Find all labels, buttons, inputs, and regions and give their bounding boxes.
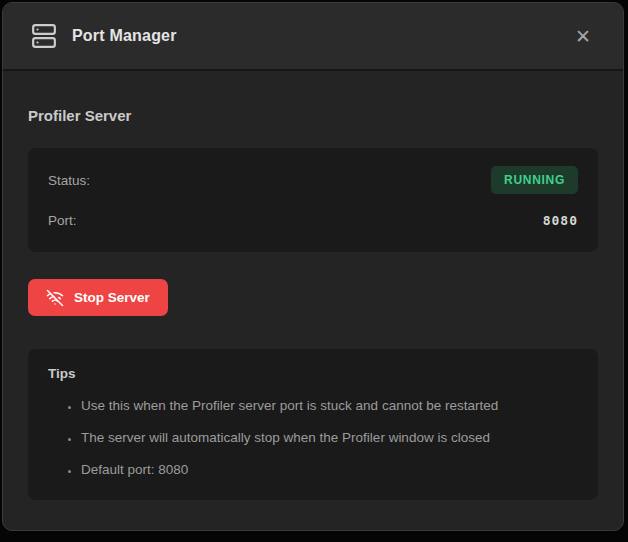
section-heading: Profiler Server: [28, 107, 598, 124]
port-label: Port:: [48, 213, 77, 228]
tip-item: Use this when the Profiler server port i…: [81, 398, 578, 415]
dialog-title: Port Manager: [72, 27, 177, 45]
close-button[interactable]: ✕: [565, 21, 601, 52]
stop-server-label: Stop Server: [74, 290, 150, 305]
server-icon: [31, 23, 57, 49]
status-row: Status: RUNNING: [48, 166, 578, 194]
tips-heading: Tips: [48, 366, 578, 381]
port-row: Port: 8080: [48, 206, 578, 234]
screen-background: Port Manager ✕ Profiler Server Status: R…: [0, 0, 628, 542]
tip-item: The server will automatically stop when …: [81, 430, 578, 447]
stop-server-button[interactable]: Stop Server: [28, 279, 168, 316]
port-value: 8080: [543, 213, 578, 228]
wifi-off-icon: [46, 289, 64, 307]
tips-panel: Tips Use this when the Profiler server p…: [28, 349, 598, 500]
dialog-titlebar: Port Manager ✕: [3, 3, 623, 71]
status-label: Status:: [48, 173, 90, 188]
port-manager-dialog: Port Manager ✕ Profiler Server Status: R…: [2, 2, 624, 531]
tips-list: Use this when the Profiler server port i…: [48, 398, 578, 479]
dialog-content: Profiler Server Status: RUNNING Port: 80…: [3, 71, 623, 500]
status-panel: Status: RUNNING Port: 8080: [28, 148, 598, 252]
close-icon: ✕: [575, 26, 591, 47]
tip-item: Default port: 8080: [81, 462, 578, 479]
status-badge: RUNNING: [491, 166, 578, 194]
